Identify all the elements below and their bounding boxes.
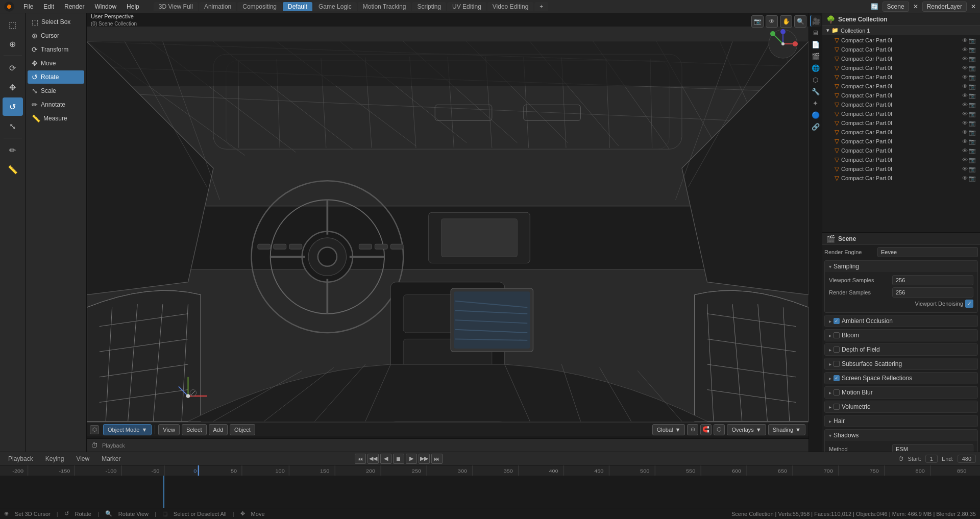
mb-enable-checkbox[interactable] xyxy=(834,389,840,396)
list-item[interactable]: ▽ Compact Car Part.0l 👁 📷 xyxy=(822,36,980,45)
end-frame[interactable]: 480 xyxy=(958,455,976,463)
list-item[interactable]: ▽ Compact Car Part.0l 👁 📷 xyxy=(822,155,980,164)
props-tab-world[interactable]: 🌐 xyxy=(810,62,821,73)
list-item[interactable]: ▽ Compact Car Part.0l 👁 📷 xyxy=(822,118,980,128)
mb-header[interactable]: ▸ Motion Blur xyxy=(825,387,977,398)
tool-select-box[interactable]: ⬚ Select Box xyxy=(28,15,84,29)
menu-render[interactable]: Render xyxy=(60,2,88,11)
viewport-display-icon[interactable]: 👁 xyxy=(766,15,778,28)
list-item[interactable]: ▽ Compact Car Part.0l 👁 📷 xyxy=(822,174,980,183)
object-menu[interactable]: Object xyxy=(230,424,255,435)
tool-rotate[interactable]: ↺ Rotate xyxy=(28,70,84,84)
render-engine-selector[interactable]: Eevee xyxy=(877,247,978,257)
visibility-icon[interactable]: 👁 xyxy=(962,120,968,127)
scene-close-icon[interactable]: ✕ xyxy=(913,3,918,10)
scene-selector[interactable]: Scene xyxy=(883,2,909,12)
render-icon[interactable]: 📷 xyxy=(969,175,976,182)
list-item[interactable]: ▽ Compact Car Part.0l 👁 📷 xyxy=(822,128,980,137)
dof-header[interactable]: ▸ Depth of Field xyxy=(825,344,977,355)
visibility-icon[interactable]: 👁 xyxy=(962,65,968,71)
list-item[interactable]: ▽ Compact Car Part.0l 👁 📷 xyxy=(822,45,980,54)
menu-window[interactable]: Window xyxy=(90,2,120,11)
visibility-icon[interactable]: 👁 xyxy=(962,83,968,90)
tool-scale[interactable]: ⤡ Scale xyxy=(28,84,84,97)
tab-add[interactable]: + xyxy=(534,2,548,11)
list-item[interactable]: ▽ Compact Car Part.0l 👁 📷 xyxy=(822,164,980,174)
visibility-icon[interactable]: 👁 xyxy=(962,147,968,154)
object-mode-selector[interactable]: Object Mode ▼ xyxy=(103,424,152,435)
tool-transform[interactable]: ⟳ Transform xyxy=(28,43,84,56)
props-tab-object[interactable]: ⬡ xyxy=(810,74,821,85)
start-frame[interactable]: 1 xyxy=(925,455,938,463)
viewport-pan-icon[interactable]: ✋ xyxy=(780,15,792,28)
render-icon[interactable]: 📷 xyxy=(969,120,976,127)
list-item[interactable]: ▽ Compact Car Part.0l 👁 📷 xyxy=(822,137,980,146)
toolbar-measure[interactable]: 📏 xyxy=(3,160,23,179)
visibility-icon[interactable]: 👁 xyxy=(962,37,968,44)
render-icon[interactable]: 📷 xyxy=(969,157,976,163)
dof-enable-checkbox[interactable] xyxy=(834,347,840,353)
visibility-icon[interactable]: 👁 xyxy=(962,46,968,53)
tab-video-editing[interactable]: Video Editing xyxy=(487,2,534,11)
ssr-header[interactable]: ▸ ✓ Screen Space Reflections xyxy=(825,373,977,384)
props-tab-particles[interactable]: ✦ xyxy=(810,97,821,109)
props-tab-constraints[interactable]: 🔗 xyxy=(810,121,821,132)
visibility-icon[interactable]: 👁 xyxy=(962,157,968,163)
render-icon[interactable]: 📷 xyxy=(969,83,976,90)
tab-game-logic[interactable]: Game Logic xyxy=(313,2,357,11)
keying-menu[interactable]: Keying xyxy=(41,454,68,463)
render-icon[interactable]: 📷 xyxy=(969,147,976,154)
tool-measure[interactable]: 📏 Measure xyxy=(28,112,84,125)
tab-scripting[interactable]: Scripting xyxy=(412,2,446,11)
viewport-denoising-checkbox[interactable]: ✓ xyxy=(965,300,973,308)
jump-start-btn[interactable]: ⏮ xyxy=(355,454,366,464)
outliner-collection[interactable]: ▾ 📁 Collection 1 xyxy=(822,26,980,35)
tool-move[interactable]: ✥ Move xyxy=(28,57,84,70)
proportional-edit-icon[interactable]: ⊙ xyxy=(687,424,698,435)
toolbar-cursor[interactable]: ⊕ xyxy=(3,35,23,53)
view-menu-tl[interactable]: View xyxy=(72,454,93,463)
mode-icon[interactable]: ⬡ xyxy=(90,425,99,434)
bloom-header[interactable]: ▸ Bloom xyxy=(825,330,977,341)
props-tab-scene[interactable]: 🎬 xyxy=(810,51,821,62)
render-icon[interactable]: 📷 xyxy=(969,74,976,81)
toolbar-move[interactable]: ✥ xyxy=(3,78,23,96)
render-icon[interactable]: 📷 xyxy=(969,111,976,117)
render-icon[interactable]: 📷 xyxy=(969,166,976,172)
render-layer-close-icon[interactable]: ✕ xyxy=(971,3,976,10)
viewport-search-icon[interactable]: 🔍 xyxy=(794,15,806,28)
props-tab-output[interactable]: 🖥 xyxy=(810,27,821,38)
bloom-enable-checkbox[interactable] xyxy=(834,332,840,338)
shadow-method-selector[interactable]: ESM xyxy=(892,444,973,452)
menu-edit[interactable]: Edit xyxy=(39,2,58,11)
tab-3d-view-full[interactable]: 3D View Full xyxy=(154,2,198,11)
list-item[interactable]: ▽ Compact Car Part.0l 👁 📷 xyxy=(822,72,980,82)
list-item[interactable]: ▽ Compact Car Part.0l 👁 📷 xyxy=(822,91,980,100)
props-tab-view-layer[interactable]: 📄 xyxy=(810,39,821,50)
visibility-icon[interactable]: 👁 xyxy=(962,102,968,108)
vol-header[interactable]: ▸ Volumetric xyxy=(825,401,977,412)
play-btn[interactable]: ▶ xyxy=(406,454,417,464)
view-menu[interactable]: View xyxy=(158,424,180,435)
tool-cursor[interactable]: ⊕ Cursor xyxy=(28,29,84,42)
marker-menu[interactable]: Marker xyxy=(97,454,125,463)
tab-animation[interactable]: Animation xyxy=(199,2,236,11)
jump-end-btn[interactable]: ⏭ xyxy=(431,454,443,464)
tab-default[interactable]: Default xyxy=(283,2,312,11)
toolbar-select-box[interactable]: ⬚ xyxy=(3,15,23,34)
render-icon[interactable]: 📷 xyxy=(969,56,976,62)
stop-btn[interactable]: ⏹ xyxy=(393,454,404,464)
render-icon[interactable]: 📷 xyxy=(969,37,976,44)
tab-uv-editing[interactable]: UV Editing xyxy=(447,2,486,11)
select-menu[interactable]: Select xyxy=(182,424,207,435)
props-tab-modifier[interactable]: 🔧 xyxy=(810,86,821,97)
timeline-tracks[interactable] xyxy=(0,476,980,508)
render-icon[interactable]: 📷 xyxy=(969,102,976,108)
global-pivot[interactable]: Global ▼ xyxy=(652,424,685,435)
ambient-occlusion-header[interactable]: ▸ ✓ Ambient Occlusion xyxy=(825,315,977,327)
visibility-icon[interactable]: 👁 xyxy=(962,129,968,136)
prev-frame-btn[interactable]: ◀◀ xyxy=(368,454,379,464)
visibility-icon[interactable]: 👁 xyxy=(962,175,968,182)
orientation-gizmo[interactable]: X Y Z xyxy=(768,29,798,59)
hair-header[interactable]: ▸ Hair xyxy=(825,415,977,427)
